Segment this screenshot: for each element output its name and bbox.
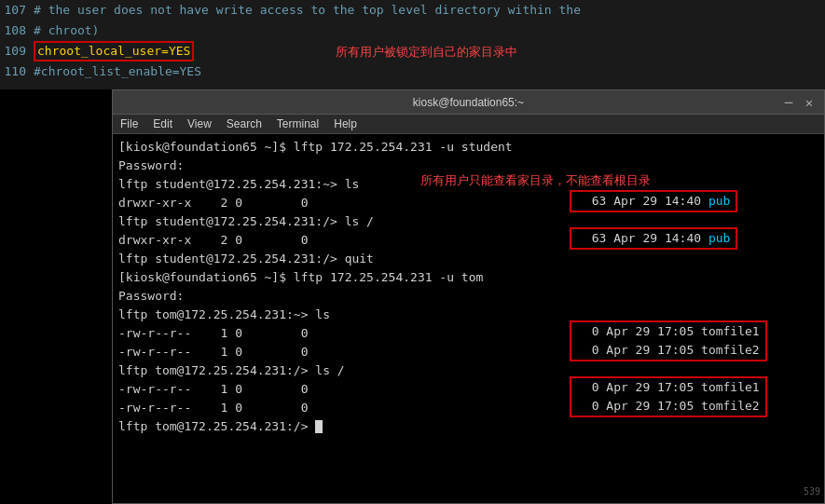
terminal-controls: ─ ✕ (781, 95, 817, 110)
watermark: 539 (804, 483, 820, 501)
box4-line1: 0 Apr 29 17:05 tomfile1 (577, 378, 760, 397)
menu-edit[interactable]: Edit (153, 117, 172, 130)
terminal-line-1: [kiosk@foundation65 ~]$ lftp 172.25.254.… (118, 138, 818, 157)
box2-pub: pub (708, 231, 730, 245)
menu-view[interactable]: View (187, 117, 212, 130)
annotation-chroot-local: 所有用户被锁定到自己的家目录中 (336, 42, 517, 62)
box-tom-home-ls: 0 Apr 29 17:05 tomfile1 0 Apr 29 17:05 t… (570, 320, 767, 361)
line-content-108: # chroot) (34, 20, 99, 41)
box-student-home-ls: 63 Apr 29 14:40 pub (570, 190, 737, 212)
box-tom-root-ls: 0 Apr 29 17:05 tomfile1 0 Apr 29 17:05 t… (570, 376, 767, 417)
terminal-body[interactable]: [kiosk@foundation65 ~]$ lftp 172.25.254.… (113, 134, 824, 503)
menu-file[interactable]: File (120, 117, 138, 130)
terminal-line-9: Password: (118, 287, 818, 306)
box3-line1: 0 Apr 29 17:05 tomfile1 (577, 322, 760, 341)
terminal-window: kiosk@foundation65:~ ─ ✕ File Edit View … (112, 89, 825, 504)
menu-terminal[interactable]: Terminal (277, 117, 319, 130)
editor-line-108: 108 # chroot) (0, 20, 825, 41)
terminal-menubar: File Edit View Search Terminal Help (113, 115, 824, 134)
editor-line-109: 109 chroot_local_user=YES 所有用户被锁定到自己的家目录… (0, 41, 825, 61)
line-content-109: chroot_local_user=YES (37, 44, 190, 58)
editor-line-107: 107 # the user does not have write acces… (0, 0, 825, 20)
box4-line2: 0 Apr 29 17:05 tomfile2 (577, 397, 760, 415)
menu-help[interactable]: Help (334, 117, 357, 130)
terminal-titlebar: kiosk@foundation65:~ ─ ✕ (113, 90, 824, 115)
editor-section: 107 # the user does not have write acces… (0, 0, 825, 89)
line-number-109: 109 (0, 41, 34, 61)
terminal-line-7: lftp student@172.25.254.231:/> quit (118, 250, 818, 268)
box1-pub: pub (708, 194, 730, 208)
line-content-107: # the user does not have write access to… (34, 0, 581, 20)
line-content-110: #chroot_list_enable=YES (34, 61, 201, 82)
terminal-line-8: [kiosk@foundation65 ~]$ lftp 172.25.254.… (118, 268, 818, 287)
box3-line2: 0 Apr 29 17:05 tomfile2 (577, 341, 760, 360)
terminal-cursor (315, 420, 323, 433)
line-number-107: 107 (0, 0, 34, 20)
close-button[interactable]: ✕ (802, 95, 817, 110)
box1-content: 63 Apr 29 14:40 pub (577, 192, 730, 211)
editor-line-110: 110 #chroot_list_enable=YES (0, 61, 825, 82)
line-number-110: 110 (0, 61, 34, 82)
menu-search[interactable]: Search (227, 117, 262, 130)
box2-content: 63 Apr 29 14:40 pub (577, 229, 730, 248)
terminal-title: kiosk@foundation65:~ (413, 96, 524, 109)
box-student-root-ls: 63 Apr 29 14:40 pub (570, 227, 737, 250)
line-number-108: 108 (0, 20, 34, 41)
terminal-line-16: lftp tom@172.25.254.231:/> (118, 417, 818, 436)
minimize-button[interactable]: ─ (781, 95, 796, 110)
